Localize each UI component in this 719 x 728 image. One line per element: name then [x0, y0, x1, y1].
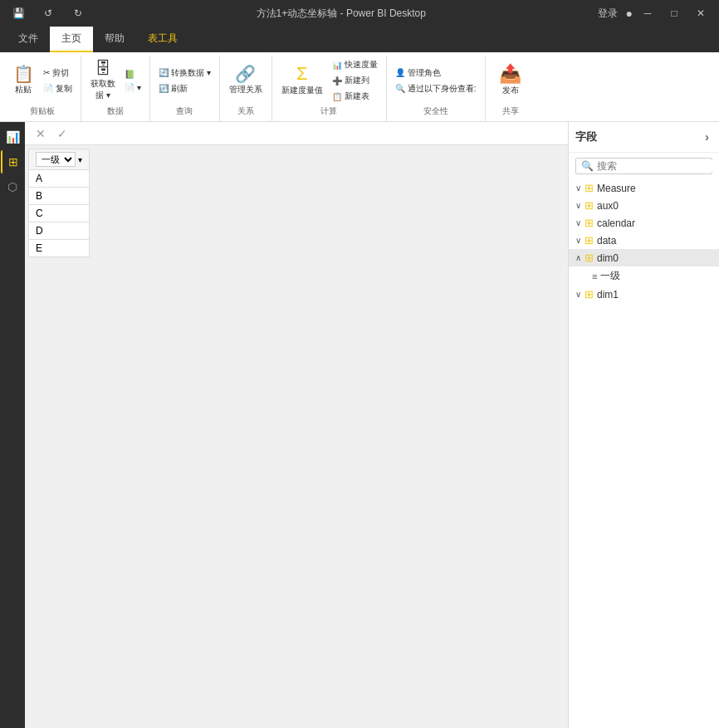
redo-button[interactable]: ↻ — [66, 2, 90, 25]
recent-icon: 📄 — [125, 83, 135, 92]
chevron-up-icon: ∧ — [575, 253, 581, 262]
ribbon-group-data: 🗄 获取数据 ▾ 📗 📄 ▾ 数据 — [81, 56, 150, 121]
data-table: 一级 ▾ A B C — [28, 149, 90, 257]
tab-home[interactable]: 主页 — [50, 27, 93, 52]
refresh-button[interactable]: 🔃 刷新 — [155, 81, 214, 96]
column-header-yiji: 一级 ▾ — [29, 149, 90, 170]
table-view-button[interactable]: ⊞ — [1, 150, 24, 173]
chevron-down-icon: ∨ — [575, 218, 581, 227]
cancel-edit-button[interactable]: ✕ — [32, 125, 50, 143]
data-label: 数据 — [86, 104, 144, 120]
cut-button[interactable]: ✂ 剪切 — [40, 66, 76, 81]
new-column-label: 新建列 — [345, 75, 369, 86]
tab-file[interactable]: 文件 — [7, 27, 50, 52]
publish-button[interactable]: 📤 发布 — [495, 62, 526, 99]
quick-measure-button[interactable]: 📊 快速度量 — [329, 57, 381, 72]
field-group-dim1[interactable]: ∨ ⊞ dim1 — [569, 286, 719, 303]
paste-icon: 📋 — [13, 66, 34, 82]
search-icon: 🔍 — [581, 160, 594, 172]
clipboard-items: 📋 粘贴 ✂ 剪切 📄 复制 — [8, 57, 76, 104]
security-items: 👤 管理角色 🔍 通过以下身份查看: — [392, 57, 480, 104]
copy-icon: 📄 — [43, 84, 53, 93]
col-type-selector[interactable]: 一级 — [36, 152, 76, 167]
field-group-calendar[interactable]: ∨ ⊞ calendar — [569, 214, 719, 232]
col-dropdown-icon: ▾ — [78, 155, 82, 164]
excel-button[interactable]: 📗 — [121, 68, 144, 81]
table-icon-dim0: ⊞ — [584, 252, 594, 264]
share-items: 📤 发布 — [495, 57, 526, 104]
cell-a: A — [29, 170, 90, 188]
publish-label: 发布 — [502, 85, 519, 96]
model-view-button[interactable]: ⬡ — [1, 175, 24, 198]
window-title: 方法1+动态坐标轴 - Power BI Desktop — [90, 7, 593, 21]
transform-col: 🔄 转换数据 ▾ 🔃 刷新 — [155, 66, 214, 96]
field-group-label-calendar: calendar — [597, 217, 635, 229]
chevron-down-icon: ∨ — [575, 183, 581, 193]
recent-caret: ▾ — [137, 83, 141, 92]
manage-relations-icon: 🔗 — [235, 66, 256, 82]
manage-roles-button[interactable]: 👤 管理角色 — [392, 66, 480, 81]
new-table-button[interactable]: 📋 新建表 — [329, 89, 381, 104]
copy-button[interactable]: 📄 复制 — [40, 81, 76, 96]
formula-input[interactable] — [75, 128, 561, 139]
field-group-data[interactable]: ∨ ⊞ data — [569, 232, 719, 249]
new-column-button[interactable]: ➕ 新建列 — [329, 73, 381, 88]
ribbon-group-share: 📤 发布 共享 — [486, 56, 536, 121]
login-button[interactable]: 登录 — [593, 5, 623, 22]
chevron-down-icon: ∨ — [575, 236, 581, 245]
save-icon: 💾 — [12, 7, 25, 19]
save-button[interactable]: 💾 — [7, 2, 30, 25]
view-as-button[interactable]: 🔍 通过以下身份查看: — [392, 81, 480, 96]
report-view-button[interactable]: 📊 — [1, 125, 24, 149]
field-label-yiji: 一级 — [600, 269, 620, 283]
table-icon-dim1: ⊞ — [584, 288, 594, 300]
field-group-measure[interactable]: ∨ ⊞ Measure — [569, 179, 719, 197]
maximize-button[interactable]: □ — [663, 2, 686, 25]
minimize-button[interactable]: ─ — [636, 2, 659, 25]
cell-c: C — [29, 205, 90, 222]
cell-e: E — [29, 240, 90, 257]
search-input[interactable] — [597, 160, 719, 172]
tab-help[interactable]: 帮助 — [93, 27, 136, 52]
field-group-label-data: data — [597, 235, 616, 247]
ribbon-group-security: 👤 管理角色 🔍 通过以下身份查看: 安全性 — [387, 56, 486, 121]
paste-button[interactable]: 📋 粘贴 — [8, 63, 38, 98]
field-group-aux0[interactable]: ∨ ⊞ aux0 — [569, 197, 719, 214]
transform-button[interactable]: 🔄 转换数据 ▾ — [155, 66, 214, 81]
calc-items: Σ 新建度量值 📊 快速度量 ➕ 新建列 📋 新建表 — [277, 57, 381, 104]
quick-measure-icon: 📊 — [332, 61, 342, 70]
get-data-icon: 🗄 — [95, 60, 111, 76]
field-icon-yiji: ≡ — [592, 271, 597, 281]
title-bar-left: 💾 ↺ ↻ — [7, 2, 90, 25]
panel-collapse-button[interactable]: › — [702, 127, 712, 147]
field-list: ∨ ⊞ Measure ∨ ⊞ aux0 ∨ ⊞ calendar ∨ ⊞ da… — [569, 179, 719, 728]
field-group-label-measure: Measure — [597, 183, 636, 194]
calc-label: 计算 — [277, 104, 381, 120]
new-measure-button[interactable]: Σ 新建度量值 — [277, 62, 327, 99]
report-view-icon: 📊 — [6, 130, 20, 144]
table-icon-measure: ⊞ — [584, 182, 594, 194]
confirm-edit-button[interactable]: ✓ — [53, 125, 71, 143]
undo-button[interactable]: ↺ — [37, 2, 60, 25]
chevron-down-icon: ∨ — [575, 201, 581, 210]
get-data-button[interactable]: 🗄 获取数据 ▾ — [86, 57, 120, 104]
undo-icon: ↺ — [44, 7, 52, 19]
excel-col: 📗 📄 ▾ — [121, 68, 144, 94]
table-content: 一级 ▾ A B C — [25, 145, 568, 728]
close-button[interactable]: ✕ — [689, 2, 712, 25]
tab-table-tools[interactable]: 表工具 — [136, 27, 189, 52]
field-group-dim0[interactable]: ∧ ⊞ dim0 — [569, 249, 719, 266]
field-item-yiji[interactable]: ≡ 一级 — [569, 266, 719, 286]
cancel-icon: ✕ — [36, 127, 46, 140]
cell-b: B — [29, 188, 90, 205]
chevron-down-icon: ∨ — [575, 290, 581, 299]
ribbon-group-query: 🔄 转换数据 ▾ 🔃 刷新 查询 — [150, 56, 220, 121]
share-label: 共享 — [491, 104, 531, 120]
manage-relations-label: 管理关系 — [229, 84, 262, 95]
table-row: D — [29, 222, 90, 240]
manage-relations-button[interactable]: 🔗 管理关系 — [225, 63, 267, 98]
confirm-icon: ✓ — [57, 127, 67, 140]
manage-roles-icon: 👤 — [395, 68, 405, 77]
user-avatar[interactable]: ● — [626, 7, 633, 20]
recent-sources-button[interactable]: 📄 ▾ — [121, 81, 144, 94]
